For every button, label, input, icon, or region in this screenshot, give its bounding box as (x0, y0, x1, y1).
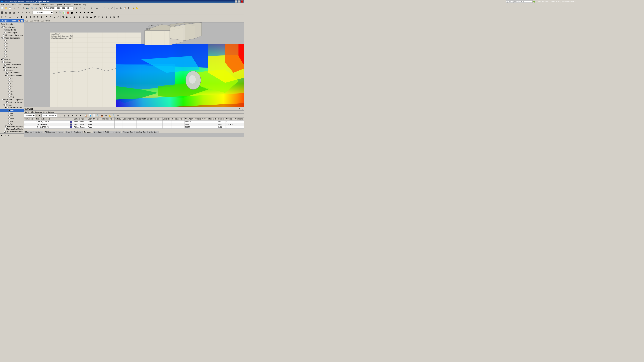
tab-lines[interactable]: Lines (64, 131, 72, 133)
surfaces-tb-1[interactable]: ⬚ (58, 114, 62, 117)
tab-solid-sets[interactable]: Solid Sets (148, 131, 158, 133)
tb-btn-12[interactable]: △ (103, 6, 106, 10)
tb-btn-5[interactable]: ⊕ (75, 6, 78, 10)
result-tb-8[interactable]: ⊖ (28, 15, 32, 19)
check-principal-total[interactable] (5, 125, 7, 127)
radio-exy[interactable] (8, 120, 10, 122)
surfaces-tb-next[interactable]: ► (38, 114, 41, 117)
radio-uz[interactable] (4, 48, 6, 49)
result-tb-25[interactable]: ⊟ (108, 15, 112, 19)
nav-pin-button[interactable]: 📌 (18, 19, 20, 22)
nav-refresh-btn[interactable]: ⟳ (7, 134, 10, 137)
surfaces-menu-view[interactable]: View (42, 111, 48, 113)
tree-diff-initial[interactable]: Differences to initial state (0, 34, 24, 36)
check-global-def[interactable] (2, 37, 4, 39)
tb-btn-8[interactable]: ↕ (86, 6, 90, 10)
tb-r2-2[interactable]: ⊟ (21, 11, 24, 14)
result-tb-16[interactable]: ⧉ (61, 15, 65, 19)
expander-members[interactable]: ▶ (0, 58, 2, 60)
view-top-button[interactable]: ▤ (12, 11, 16, 14)
tb-r2-11[interactable]: ■ (79, 11, 82, 14)
surfaces-menu-settings[interactable]: Settings (47, 111, 55, 113)
tree-equiv-total[interactable]: Equivalent Total Strains (0, 130, 24, 133)
tree-type-results[interactable]: ▼ Type of results (0, 26, 24, 28)
tb-btn-11[interactable]: □ (99, 6, 102, 10)
check-equiv-stresses[interactable] (6, 101, 8, 103)
tree-principal-stresses[interactable]: ▼ Principal Stresses (0, 74, 24, 77)
surfaces-close-btn[interactable]: ✕ (238, 108, 240, 110)
tree-global-def[interactable]: ▼ Global Deformations (0, 36, 24, 39)
radio-s1m[interactable] (8, 83, 10, 84)
radio-eyy-m[interactable] (8, 117, 10, 119)
tree-members[interactable]: ▶ Members (0, 58, 24, 61)
radio-pz[interactable] (4, 56, 6, 57)
tb-r2-1[interactable]: ⊞ (17, 11, 20, 14)
tab-sections[interactable]: Sections (34, 131, 44, 133)
zoom-in-button[interactable]: 🔍 (30, 6, 34, 10)
check-members[interactable] (2, 58, 4, 60)
tree-s1p[interactable]: σ1,+ (0, 77, 24, 79)
result-tb-2[interactable]: ⬚ (4, 15, 8, 19)
tab-materials[interactable]: Materials (24, 131, 34, 133)
check-bts[interactable] (6, 107, 8, 108)
tb-r2-5[interactable]: ⚙ (54, 11, 58, 14)
tab-surfaces[interactable]: Surfaces (82, 131, 92, 133)
tb-r2-7[interactable]: 📊 (62, 11, 66, 14)
grid-btn[interactable]: ⊟ (82, 15, 85, 19)
result-tb-5[interactable]: ⎔ (16, 15, 20, 19)
view-3d-button[interactable]: ⬛ (0, 11, 4, 14)
radio-theta[interactable] (8, 88, 10, 90)
surfaces-tb-12[interactable]: ⚙ (104, 114, 108, 117)
surfaces-tb-3[interactable]: ◫ (66, 114, 70, 117)
menu-view[interactable]: View (10, 3, 16, 6)
radio-s2p[interactable] (8, 80, 10, 82)
surfaces-tb-14[interactable]: 🔧 (112, 114, 116, 117)
result-tb-18[interactable]: ⬗ (69, 15, 72, 19)
expander-type-results[interactable]: ▼ (0, 26, 2, 28)
expander-stresses[interactable]: ▼ (2, 69, 4, 71)
minimize-button[interactable]: ─ (235, 0, 238, 3)
tb-btn-20[interactable]: 📐 (136, 6, 139, 10)
result-tb-22[interactable]: ⚐ (97, 15, 100, 19)
result-tb-10[interactable]: ⊘ (36, 15, 40, 19)
surfaces-tb-prev[interactable]: ◄ (36, 114, 38, 117)
view-combo[interactable]: 1 - Global XYZ (33, 11, 53, 14)
tree-s2m[interactable]: σ2,- (0, 85, 24, 87)
result-tb-17[interactable]: ⬕ (65, 15, 69, 19)
menu-edit[interactable]: Edit (5, 3, 10, 6)
surfaces-tb-9[interactable]: 📈 (92, 114, 96, 117)
radio-diff-initial[interactable] (3, 34, 4, 36)
radio-ux[interactable] (4, 42, 6, 44)
view-side-button[interactable]: ▩ (8, 11, 12, 14)
tb-btn-14[interactable]: ⬡ (110, 6, 114, 10)
menu-results[interactable]: Results (40, 3, 49, 6)
tree-stresses[interactable]: ▼ Stresses (0, 69, 24, 71)
surfaces-tb-13[interactable]: 📐 (108, 114, 112, 117)
result-tb-21[interactable]: ⚑ (93, 15, 97, 19)
tb-btn-7[interactable]: ↔ (82, 6, 86, 10)
new-button[interactable]: 📄 (0, 6, 4, 10)
check-surfaces[interactable] (2, 61, 4, 63)
redo-button[interactable]: ↷ (17, 6, 20, 10)
print-button[interactable]: 🖨 (22, 6, 25, 10)
maximize-button[interactable]: □ (238, 0, 240, 3)
check-strains[interactable] (4, 104, 6, 106)
check-basic-stresses[interactable] (6, 72, 8, 73)
surfaces-tb-4[interactable]: ⊕ (70, 114, 74, 117)
tree-u[interactable]: u (0, 39, 24, 42)
radio-exx-m[interactable] (8, 115, 10, 116)
table-row[interactable]: 116,17,28,65-47,18Without Thick...Plane1… (24, 120, 244, 123)
surfaces-tb-8[interactable]: 📊 (88, 114, 92, 117)
tb-r2-9[interactable]: ⬤ (70, 11, 74, 14)
radio-u[interactable] (4, 40, 6, 41)
tree-static-analysis[interactable]: Static Analysis (0, 31, 24, 34)
result-tb-4[interactable]: ⌖ (12, 15, 16, 19)
zoom-out-button[interactable]: 🔍 (34, 6, 38, 10)
radio-static-analysis[interactable] (4, 32, 6, 33)
radio-eyy2[interactable] (8, 123, 10, 124)
menu-insert[interactable]: Insert (16, 3, 23, 6)
tb-r2-10[interactable]: ▶ (75, 11, 78, 14)
tree-tmax[interactable]: τmax (0, 95, 24, 98)
table-row[interactable]: 319-26,36-45,27Without Thick...Plane50.0… (24, 123, 244, 126)
tb-btn-13[interactable]: ○ (106, 6, 110, 10)
